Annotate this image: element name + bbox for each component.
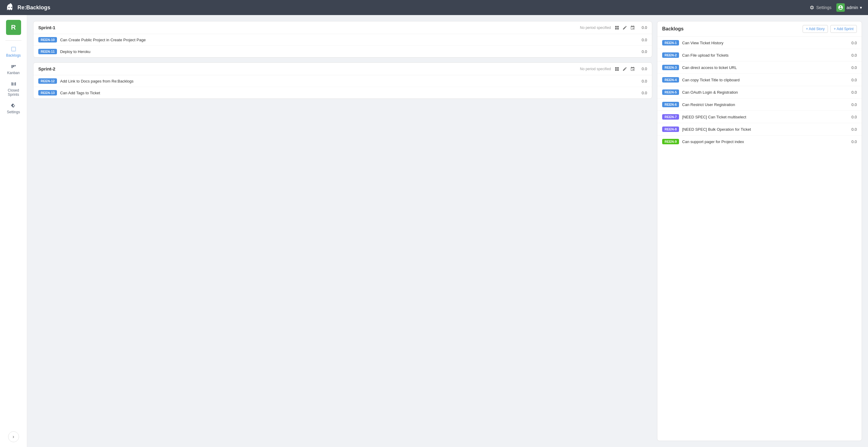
backlog-item-row: REEN-8 [NEED SPEC] Bulk Operation for Ti… xyxy=(657,123,862,135)
admin-avatar-icon xyxy=(838,5,843,10)
sprints-column: Sprint-1 No period specified 0.0 REEN-10… xyxy=(33,21,652,441)
backlogs-header: Backlogs + Add Story + Add Sprint xyxy=(657,21,862,37)
backlog-item-title: Can OAuth Login & Registration xyxy=(682,90,845,95)
sprint-points: 0.0 xyxy=(639,67,647,71)
backlog-item-points: 0.0 xyxy=(848,41,857,45)
settings-label: Settings xyxy=(816,5,832,10)
main-layout: R Backlogs Kanban Closed Sprints Se xyxy=(0,15,868,447)
backlog-item-row: REEN-4 Can copy Ticket Title to clipboar… xyxy=(657,74,862,86)
backlog-item-points: 0.0 xyxy=(848,90,857,95)
backlog-item-points: 0.0 xyxy=(848,78,857,82)
sidebar-item-backlogs[interactable]: Backlogs xyxy=(1,44,26,60)
sidebar-label-settings: Settings xyxy=(7,110,20,114)
backlog-items-list: REEN-1 Can View Ticket History 0.0 REEN-… xyxy=(657,37,862,441)
backlog-item-title: Can direct access to ticket URL xyxy=(682,65,845,70)
ticket-badge[interactable]: REEN-5 xyxy=(662,90,679,95)
item-title: Can Create Public Project in Create Proj… xyxy=(60,38,636,42)
ticket-badge[interactable]: REEN-7 xyxy=(662,114,679,120)
chevron-right-icon: › xyxy=(13,434,14,440)
ticket-badge[interactable]: REEN-3 xyxy=(662,65,679,70)
backlogs-panel: Backlogs + Add Story + Add Sprint REEN-1… xyxy=(657,21,862,441)
ticket-badge[interactable]: REEN-6 xyxy=(662,102,679,107)
admin-chevron-icon: ▾ xyxy=(860,5,862,10)
ticket-badge[interactable]: REEN-10 xyxy=(38,37,57,42)
item-points: 0.0 xyxy=(639,91,647,95)
sprint-icon-group xyxy=(615,67,635,71)
ticket-badge[interactable]: REEN-9 xyxy=(662,139,679,144)
backlog-item-points: 0.0 xyxy=(848,127,857,132)
sprint-title: Sprint-2 xyxy=(38,66,56,71)
sprint-card-sprint-1: Sprint-1 No period specified 0.0 REEN-10… xyxy=(33,21,652,58)
ticket-badge[interactable]: REEN-8 xyxy=(662,127,679,132)
sidebar-item-kanban[interactable]: Kanban xyxy=(1,61,26,77)
app-logo: Re:Backlogs xyxy=(6,3,50,12)
top-navigation: Re:Backlogs Settings admin ▾ xyxy=(0,0,868,15)
admin-avatar xyxy=(836,3,845,12)
ticket-badge[interactable]: REEN-11 xyxy=(38,49,57,54)
backlogs-actions: + Add Story + Add Sprint xyxy=(803,25,857,33)
sprint-period: No period specified xyxy=(580,26,611,30)
backlog-item-title: [NEED SPEC] Bulk Operation for Ticket xyxy=(682,127,845,132)
add-sprint-button[interactable]: + Add Sprint xyxy=(830,25,857,33)
sprint-header: Sprint-1 No period specified 0.0 xyxy=(33,21,652,34)
item-points: 0.0 xyxy=(639,50,647,54)
edit-icon[interactable] xyxy=(622,25,627,30)
closed-sprints-icon xyxy=(10,81,17,87)
sprint-icon-group xyxy=(615,25,635,30)
calendar-icon[interactable] xyxy=(630,25,635,30)
backlog-item-title: [NEED SPEC] Can Ticket multiselect xyxy=(682,115,845,119)
backlog-item-points: 0.0 xyxy=(848,102,857,107)
sidebar-divider xyxy=(5,40,22,41)
sidebar-item-closed-sprints[interactable]: Closed Sprints xyxy=(1,78,26,99)
sprint-items: REEN-10 Can Create Public Project in Cre… xyxy=(33,34,652,57)
sidebar-item-settings[interactable]: Settings xyxy=(1,100,26,117)
sidebar-label-backlogs: Backlogs xyxy=(6,53,21,58)
backlog-item-row: REEN-6 Can Restrict User Registration 0.… xyxy=(657,98,862,111)
backlog-item-title: Can View Ticket History xyxy=(682,41,845,45)
backlog-item-row: REEN-5 Can OAuth Login & Registration 0.… xyxy=(657,86,862,98)
sprint-item-row: REEN-13 Can Add Tags to Ticket 0.0 xyxy=(33,87,652,98)
settings-link[interactable]: Settings xyxy=(809,5,832,10)
backlog-item-points: 0.0 xyxy=(848,53,857,58)
backlog-item-points: 0.0 xyxy=(848,115,857,119)
grid-icon[interactable] xyxy=(615,67,619,71)
admin-label: admin xyxy=(846,5,858,10)
sidebar: R Backlogs Kanban Closed Sprints Se xyxy=(0,15,27,447)
ticket-badge[interactable]: REEN-13 xyxy=(38,90,57,95)
backlog-item-row: REEN-1 Can View Ticket History 0.0 xyxy=(657,37,862,49)
ticket-badge[interactable]: REEN-2 xyxy=(662,53,679,58)
grid-icon[interactable] xyxy=(615,25,619,30)
sprint-item-row: REEN-10 Can Create Public Project in Cre… xyxy=(33,34,652,46)
add-story-label: + Add Story xyxy=(806,27,825,31)
backlog-item-title: Can Restrict User Registration xyxy=(682,102,845,107)
sprint-points: 0.0 xyxy=(639,25,647,30)
ticket-badge[interactable]: REEN-4 xyxy=(662,77,679,83)
backlog-item-title: Can copy Ticket Title to clipboard xyxy=(682,78,845,82)
content-area: Sprint-1 No period specified 0.0 REEN-10… xyxy=(27,15,868,447)
sprint-header: Sprint-2 No period specified 0.0 xyxy=(33,63,652,75)
sidebar-settings-icon xyxy=(10,103,17,109)
add-story-button[interactable]: + Add Story xyxy=(803,25,828,33)
project-icon[interactable]: R xyxy=(6,20,21,35)
backlogs-icon xyxy=(10,46,17,52)
sprint-card-sprint-2: Sprint-2 No period specified 0.0 REEN-12… xyxy=(33,62,652,99)
sprint-title: Sprint-1 xyxy=(38,25,56,30)
sidebar-expand-button[interactable]: › xyxy=(8,432,19,442)
calendar-icon[interactable] xyxy=(630,67,635,71)
backlog-item-row: REEN-9 Can support pager for Project ind… xyxy=(657,135,862,148)
sprint-items: REEN-12 Add Link to Docs pages from Re:B… xyxy=(33,75,652,98)
add-sprint-label: + Add Sprint xyxy=(834,27,854,31)
backlog-item-points: 0.0 xyxy=(848,65,857,70)
backlog-item-points: 0.0 xyxy=(848,139,857,144)
backlog-item-row: REEN-3 Can direct access to ticket URL 0… xyxy=(657,61,862,74)
settings-gear-icon xyxy=(809,5,814,10)
edit-icon[interactable] xyxy=(622,67,627,71)
admin-menu[interactable]: admin ▾ xyxy=(836,3,862,12)
sprint-period: No period specified xyxy=(580,67,611,71)
backlog-item-row: REEN-2 Can File upload for Tickets 0.0 xyxy=(657,49,862,61)
item-points: 0.0 xyxy=(639,38,647,42)
ticket-badge[interactable]: REEN-1 xyxy=(662,40,679,45)
ticket-badge[interactable]: REEN-12 xyxy=(38,78,57,84)
ghost-icon xyxy=(6,3,14,12)
project-initial: R xyxy=(11,24,16,31)
